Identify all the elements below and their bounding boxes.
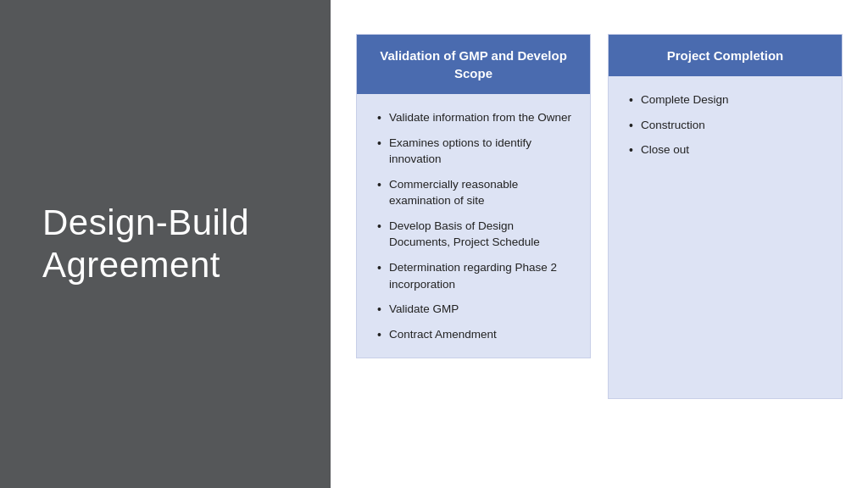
- sidebar: Design-Build Agreement: [0, 0, 331, 488]
- list-item: Close out: [626, 141, 825, 158]
- validation-list: Validate information from the OwnerExami…: [374, 109, 573, 342]
- list-item: Develop Basis of Design Documents, Proje…: [374, 218, 573, 251]
- validation-card-header: Validation of GMP and Develop Scope: [357, 35, 590, 94]
- sidebar-title: Design-Build Agreement: [42, 202, 288, 287]
- list-item: Commercially reasonable examination of s…: [374, 176, 573, 209]
- list-item: Complete Design: [626, 92, 825, 108]
- list-item: Validate information from the Owner: [374, 109, 573, 126]
- list-item: Validate GMP: [374, 301, 573, 318]
- completion-card-body: Complete DesignConstructionClose out: [609, 76, 842, 398]
- main-content: Validation of GMP and Develop Scope Vali…: [331, 0, 868, 488]
- list-item: Contract Amendment: [374, 326, 573, 343]
- validation-card: Validation of GMP and Develop Scope Vali…: [356, 34, 591, 358]
- list-item: Determination regarding Phase 2 incorpor…: [374, 259, 573, 292]
- completion-card-header: Project Completion: [609, 35, 842, 76]
- list-item: Construction: [626, 117, 825, 134]
- completion-list: Complete DesignConstructionClose out: [626, 92, 825, 158]
- completion-card: Project Completion Complete DesignConstr…: [608, 34, 843, 399]
- validation-card-body: Validate information from the OwnerExami…: [357, 94, 590, 358]
- list-item: Examines options to identify innovation: [374, 135, 573, 168]
